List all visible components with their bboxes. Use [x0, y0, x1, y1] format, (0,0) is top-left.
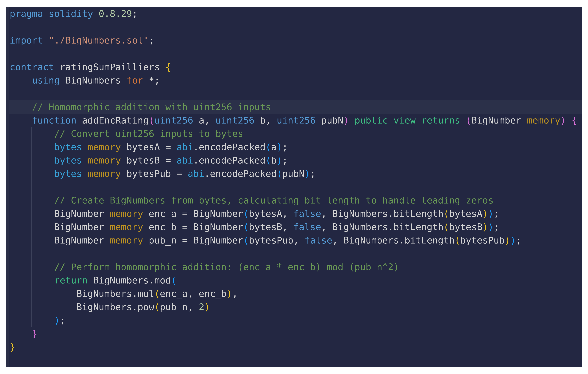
- code-line: BigNumbers.pow(pub_n, 2): [10, 300, 582, 314]
- code-line: [10, 47, 582, 60]
- code-line: bytes memory bytesB = abi.encodePacked(b…: [10, 154, 582, 167]
- code-line: import "./BigNumbers.sol";: [10, 34, 582, 47]
- code-content[interactable]: pragma solidity 0.8.29;import "./BigNumb…: [10, 7, 582, 354]
- code-line: // Create BigNumbers from bytes, calcula…: [10, 194, 582, 207]
- indent-guide-level-0: [9, 74, 9, 340]
- code-line: pragma solidity 0.8.29;: [10, 7, 582, 20]
- code-line: contract ratingSumPailliers {: [10, 60, 582, 74]
- code-line: BigNumbers.mul(enc_a, enc_b),: [10, 287, 582, 300]
- code-line: // Homomorphic addition with uint256 inp…: [10, 100, 582, 114]
- code-line: );: [10, 314, 582, 327]
- code-line: function addEncRating(uint256 a, uint256…: [10, 114, 582, 127]
- code-line: }: [10, 340, 582, 354]
- page-margin: { "editor": { "page_background": "#FFFFF…: [0, 0, 588, 374]
- code-line: return BigNumbers.mod(: [10, 274, 582, 287]
- code-editor-panel: pragma solidity 0.8.29;import "./BigNumb…: [6, 7, 582, 367]
- code-line: // Convert uint256 inputs to bytes: [10, 127, 582, 140]
- code-line: }: [10, 327, 582, 340]
- code-line: [10, 20, 582, 34]
- code-line: [10, 87, 582, 100]
- code-line: BigNumber memory enc_a = BigNumber(bytes…: [10, 207, 582, 220]
- editor-gutter: [6, 7, 9, 367]
- code-line: bytes memory bytesPub = abi.encodePacked…: [10, 167, 582, 180]
- code-line: BigNumber memory pub_n = BigNumber(bytes…: [10, 234, 582, 247]
- code-line: using BigNumbers for *;: [10, 74, 582, 87]
- code-line: bytes memory bytesA = abi.encodePacked(a…: [10, 140, 582, 154]
- code-line: [10, 247, 582, 260]
- code-line: // Perform homomorphic addition: (enc_a …: [10, 260, 582, 274]
- code-line: [10, 180, 582, 194]
- code-line: BigNumber memory enc_b = BigNumber(bytes…: [10, 220, 582, 234]
